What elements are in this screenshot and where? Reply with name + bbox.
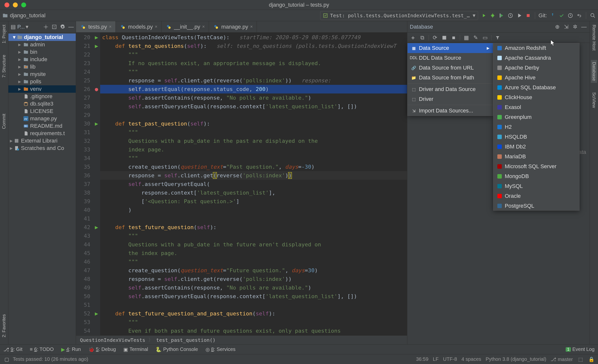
file-encoding[interactable]: UTF-8 xyxy=(443,356,457,362)
python-console-tool-button[interactable]: 🐍 Python Console xyxy=(155,346,198,352)
run-configuration-selector[interactable]: Test: polls.tests.QuestionIndexViewTests… xyxy=(320,11,478,20)
project-view-label[interactable]: P... xyxy=(17,24,25,30)
editor-tab[interactable]: tests.py× xyxy=(76,21,116,32)
deployment-icon[interactable]: ⬚ xyxy=(577,356,584,363)
git-tool-button[interactable]: ⎇ 9: Git xyxy=(3,346,22,352)
attach-button-icon[interactable] xyxy=(516,12,523,19)
search-everywhere-icon[interactable] xyxy=(590,12,596,19)
git-rollback-icon[interactable] xyxy=(576,12,582,19)
debug-button-icon[interactable] xyxy=(489,12,496,19)
view-icon[interactable]: ▭ xyxy=(482,35,488,41)
tree-node[interactable]: .gitignore xyxy=(8,93,76,100)
git-branch[interactable]: ⎇ master xyxy=(551,356,573,362)
datasource-type-item[interactable]: HSQLDB xyxy=(493,132,579,142)
tree-node[interactable]: ▸polls xyxy=(8,78,76,85)
tree-node-scratches[interactable]: ▸ Scratches and Co xyxy=(8,145,76,152)
git-history-icon[interactable] xyxy=(567,12,574,19)
edit-icon[interactable]: ✎ xyxy=(472,35,479,41)
datasource-type-submenu[interactable]: Amazon RedshiftApache CassandraApache De… xyxy=(493,43,579,211)
editor-tab[interactable]: models.py× xyxy=(116,21,162,32)
run-tool-button[interactable]: ▶ 4: Run xyxy=(61,346,81,352)
tree-node[interactable]: ▸include xyxy=(8,56,76,63)
table-icon[interactable]: ▦ xyxy=(463,35,469,41)
close-tab-icon[interactable]: × xyxy=(155,24,158,29)
profile-button-icon[interactable] xyxy=(507,12,514,19)
cursor-position[interactable]: 36:59 xyxy=(416,356,428,362)
menu-item[interactable]: 🔗Data Source from URL xyxy=(408,63,493,73)
sciview-tool-button[interactable]: SciView xyxy=(591,90,597,110)
tree-node[interactable]: LICENSE xyxy=(8,108,76,115)
datasource-type-item[interactable]: MySQL xyxy=(493,181,579,191)
git-update-icon[interactable] xyxy=(549,12,556,19)
stop-icon[interactable]: ■ xyxy=(450,35,457,41)
code-content[interactable]: class QuestionIndexViewTests(TestCase): … xyxy=(100,33,407,335)
toolwindows-icon[interactable]: ▢ xyxy=(3,356,10,363)
project-tool-button[interactable]: 1: Project xyxy=(1,23,7,45)
settings-icon[interactable] xyxy=(59,24,66,30)
tree-node[interactable]: db.sqlite3 xyxy=(8,100,76,108)
locate-icon[interactable]: ⊕ xyxy=(554,24,561,30)
datasource-type-item[interactable]: IBM Db2 xyxy=(493,142,579,152)
git-commit-icon[interactable] xyxy=(558,12,565,19)
code-editor[interactable]: 2021222324252627282930313233343536373839… xyxy=(76,33,407,335)
settings-icon[interactable]: ✲ xyxy=(572,24,578,30)
locate-icon[interactable] xyxy=(43,24,49,30)
remote-host-tool-button[interactable]: Remote Host xyxy=(591,23,597,53)
todo-tool-button[interactable]: ≡ 6: TODO xyxy=(30,346,54,352)
terminal-tool-button[interactable]: ▣ Terminal xyxy=(123,346,148,352)
stop-button-icon[interactable] xyxy=(525,12,531,19)
tree-node[interactable]: ▸mysite xyxy=(8,71,76,78)
tree-node-external-libraries[interactable]: ▸ External Librari xyxy=(8,137,76,145)
code-breadcrumbs[interactable]: QuestionIndexViewTests 〉 test_past_quest… xyxy=(76,335,407,344)
datasource-popup-menu[interactable]: ▦Data Source▸DDLDDL Data Source🔗Data Sou… xyxy=(407,43,493,116)
menu-item[interactable]: ⬚Driver xyxy=(408,94,493,104)
datasource-type-item[interactable]: Apache Cassandra xyxy=(493,53,579,63)
line-ending[interactable]: LF xyxy=(433,356,439,362)
collapse-icon[interactable]: ⇲ xyxy=(563,24,569,30)
datasource-type-item[interactable]: Microsoft SQL Server xyxy=(493,162,579,171)
datasource-type-item[interactable]: MariaDB xyxy=(493,152,579,162)
tree-node[interactable]: ▸admin xyxy=(8,41,76,48)
tree-node-root[interactable]: ▾ django_tutorial xyxy=(8,34,76,41)
event-log-button[interactable]: 1 Event Log xyxy=(566,346,595,352)
datasource-type-item[interactable]: Amazon Redshift xyxy=(493,43,579,53)
database-tool-button[interactable]: Database xyxy=(591,60,597,83)
close-tab-icon[interactable]: × xyxy=(250,24,253,29)
editor-tab[interactable]: manage.py× xyxy=(209,21,257,32)
lock-icon[interactable]: 🔒 xyxy=(588,356,595,363)
menu-item[interactable]: 📁Data Source from Path xyxy=(408,73,493,83)
tree-node[interactable]: pymanage.py xyxy=(8,115,76,122)
tree-node[interactable]: M↓README.md xyxy=(8,122,76,130)
datasource-type-item[interactable]: Azure SQL Database xyxy=(493,83,579,92)
datasource-type-item[interactable]: Greenplum xyxy=(493,112,579,122)
editor-tab[interactable]: __init__.py× xyxy=(162,21,209,32)
menu-item[interactable]: ▦Data Source▸ xyxy=(408,43,493,53)
services-tool-button[interactable]: ◎ 8: Services xyxy=(206,346,236,352)
project-tree[interactable]: ▾ django_tutorial ▸admin▸bin▸include▸lib… xyxy=(8,33,76,344)
menu-item[interactable]: ⬚Driver and Data Source xyxy=(408,84,493,94)
maximize-window-icon[interactable] xyxy=(21,2,26,7)
minimize-window-icon[interactable] xyxy=(13,2,18,7)
hide-panel-icon[interactable]: — xyxy=(581,24,587,30)
indent-setting[interactable]: 4 spaces xyxy=(462,356,481,362)
datasource-type-item[interactable]: PostgreSQL xyxy=(493,201,579,211)
filter-icon[interactable] xyxy=(494,35,501,41)
datasource-type-item[interactable]: Apache Hive xyxy=(493,73,579,83)
close-tab-icon[interactable]: × xyxy=(109,24,112,29)
hide-panel-icon[interactable]: — xyxy=(68,24,74,30)
sql-icon[interactable] xyxy=(441,35,448,41)
menu-item[interactable]: DDLDDL Data Source xyxy=(408,53,493,63)
close-tab-icon[interactable]: × xyxy=(202,24,205,29)
menu-item[interactable]: ⇲Import Data Sources... xyxy=(408,106,493,116)
structure-tool-button[interactable]: 7: Structure xyxy=(1,53,7,80)
datasource-type-item[interactable]: Apache Derby xyxy=(493,63,579,73)
breadcrumb-project[interactable]: django_tutorial xyxy=(10,12,45,19)
tree-node[interactable]: requirements.t xyxy=(8,130,76,137)
datasource-type-item[interactable]: H2 xyxy=(493,122,579,132)
debug-tool-button[interactable]: 🐞 5: Debug xyxy=(88,346,116,352)
collapse-all-icon[interactable] xyxy=(51,24,57,30)
tree-node[interactable]: ▸lib xyxy=(8,63,76,71)
refresh-icon[interactable]: ⟳ xyxy=(432,35,438,41)
datasource-type-item[interactable]: MongoDB xyxy=(493,171,579,181)
datasource-type-item[interactable]: Exasol xyxy=(493,102,579,112)
